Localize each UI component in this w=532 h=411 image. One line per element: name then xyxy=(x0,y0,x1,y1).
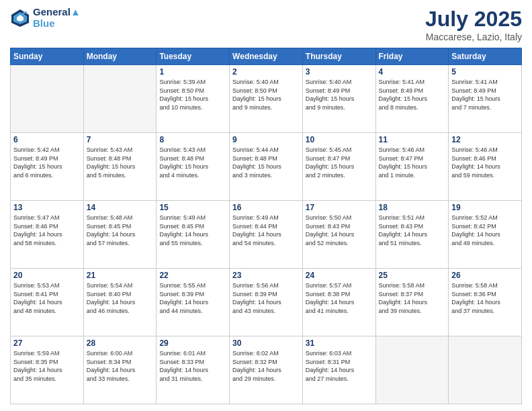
calendar-cell: 17Sunrise: 5:50 AM Sunset: 8:43 PM Dayli… xyxy=(302,201,375,269)
day-info: Sunrise: 5:46 AM Sunset: 8:46 PM Dayligh… xyxy=(451,146,519,179)
day-info: Sunrise: 5:53 AM Sunset: 8:41 PM Dayligh… xyxy=(13,281,81,315)
day-number: 24 xyxy=(306,271,373,280)
day-info: Sunrise: 5:40 AM Sunset: 8:50 PM Dayligh… xyxy=(232,78,300,111)
day-info: Sunrise: 5:43 AM Sunset: 8:48 PM Dayligh… xyxy=(159,146,226,179)
logo-text: General▲ Blue xyxy=(33,7,81,29)
day-number: 23 xyxy=(232,271,300,280)
week-row-4: 27Sunrise: 5:59 AM Sunset: 8:35 PM Dayli… xyxy=(11,336,522,404)
weekday-header-saturday: Saturday xyxy=(449,48,522,65)
page: General▲ Blue July 2025 Maccarese, Lazio… xyxy=(0,0,532,411)
day-number: 16 xyxy=(232,203,300,212)
day-info: Sunrise: 5:45 AM Sunset: 8:47 PM Dayligh… xyxy=(306,146,373,179)
day-number: 17 xyxy=(306,203,373,212)
calendar-cell: 31Sunrise: 6:03 AM Sunset: 8:31 PM Dayli… xyxy=(302,336,375,404)
day-number: 13 xyxy=(13,203,81,212)
day-number: 29 xyxy=(159,338,226,348)
day-number: 10 xyxy=(306,135,373,144)
calendar-cell: 20Sunrise: 5:53 AM Sunset: 8:41 PM Dayli… xyxy=(11,269,84,336)
day-number: 25 xyxy=(379,271,446,280)
day-info: Sunrise: 6:03 AM Sunset: 8:31 PM Dayligh… xyxy=(306,349,373,383)
calendar-cell: 9Sunrise: 5:44 AM Sunset: 8:48 PM Daylig… xyxy=(230,133,303,201)
logo: General▲ Blue xyxy=(10,7,81,29)
day-info: Sunrise: 5:40 AM Sunset: 8:49 PM Dayligh… xyxy=(306,78,373,111)
day-number: 6 xyxy=(13,135,81,144)
day-number: 14 xyxy=(87,203,154,212)
calendar-cell: 4Sunrise: 5:41 AM Sunset: 8:49 PM Daylig… xyxy=(375,65,449,133)
calendar-cell: 2Sunrise: 5:40 AM Sunset: 8:50 PM Daylig… xyxy=(230,65,303,133)
calendar-cell: 25Sunrise: 5:58 AM Sunset: 8:37 PM Dayli… xyxy=(375,269,449,336)
day-info: Sunrise: 5:57 AM Sunset: 8:38 PM Dayligh… xyxy=(306,281,373,315)
day-number: 11 xyxy=(379,135,446,144)
calendar-cell: 29Sunrise: 6:01 AM Sunset: 8:33 PM Dayli… xyxy=(157,336,230,404)
week-row-3: 20Sunrise: 5:53 AM Sunset: 8:41 PM Dayli… xyxy=(11,269,522,336)
day-number: 31 xyxy=(306,338,373,348)
calendar-cell: 8Sunrise: 5:43 AM Sunset: 8:48 PM Daylig… xyxy=(157,133,230,201)
day-info: Sunrise: 5:58 AM Sunset: 8:37 PM Dayligh… xyxy=(379,281,446,315)
weekday-header-row: SundayMondayTuesdayWednesdayThursdayFrid… xyxy=(11,48,522,65)
day-info: Sunrise: 6:01 AM Sunset: 8:33 PM Dayligh… xyxy=(159,349,226,383)
day-number: 18 xyxy=(379,203,446,212)
calendar-cell xyxy=(375,336,449,404)
day-number: 28 xyxy=(87,338,154,348)
title-block: July 2025 Maccarese, Lazio, Italy xyxy=(425,7,522,42)
calendar-cell: 15Sunrise: 5:49 AM Sunset: 8:45 PM Dayli… xyxy=(157,201,230,269)
calendar-cell: 3Sunrise: 5:40 AM Sunset: 8:49 PM Daylig… xyxy=(302,65,375,133)
day-number: 27 xyxy=(13,338,81,348)
day-info: Sunrise: 5:59 AM Sunset: 8:35 PM Dayligh… xyxy=(13,349,81,383)
day-info: Sunrise: 5:55 AM Sunset: 8:39 PM Dayligh… xyxy=(159,281,226,315)
weekday-header-wednesday: Wednesday xyxy=(230,48,303,65)
day-info: Sunrise: 5:49 AM Sunset: 8:45 PM Dayligh… xyxy=(159,214,226,247)
day-number: 12 xyxy=(451,135,519,144)
calendar-cell: 21Sunrise: 5:54 AM Sunset: 8:40 PM Dayli… xyxy=(83,269,157,336)
calendar-cell: 19Sunrise: 5:52 AM Sunset: 8:42 PM Dayli… xyxy=(449,201,522,269)
day-number: 5 xyxy=(451,67,519,77)
calendar-cell: 16Sunrise: 5:49 AM Sunset: 8:44 PM Dayli… xyxy=(230,201,303,269)
day-info: Sunrise: 5:50 AM Sunset: 8:43 PM Dayligh… xyxy=(306,214,373,247)
logo-icon xyxy=(10,8,30,28)
calendar-cell xyxy=(83,65,157,133)
calendar-cell: 11Sunrise: 5:46 AM Sunset: 8:47 PM Dayli… xyxy=(375,133,449,201)
calendar-cell: 23Sunrise: 5:56 AM Sunset: 8:39 PM Dayli… xyxy=(230,269,303,336)
calendar-cell: 24Sunrise: 5:57 AM Sunset: 8:38 PM Dayli… xyxy=(302,269,375,336)
weekday-header-monday: Monday xyxy=(83,48,157,65)
day-number: 22 xyxy=(159,271,226,280)
week-row-0: 1Sunrise: 5:39 AM Sunset: 8:50 PM Daylig… xyxy=(11,65,522,133)
day-number: 4 xyxy=(379,67,446,77)
week-row-2: 13Sunrise: 5:47 AM Sunset: 8:46 PM Dayli… xyxy=(11,201,522,269)
calendar-cell xyxy=(449,336,522,404)
day-info: Sunrise: 5:41 AM Sunset: 8:49 PM Dayligh… xyxy=(451,78,519,111)
day-number: 26 xyxy=(451,271,519,280)
calendar-cell: 27Sunrise: 5:59 AM Sunset: 8:35 PM Dayli… xyxy=(11,336,84,404)
day-number: 20 xyxy=(13,271,81,280)
calendar-table: SundayMondayTuesdayWednesdayThursdayFrid… xyxy=(10,48,522,404)
calendar-cell: 22Sunrise: 5:55 AM Sunset: 8:39 PM Dayli… xyxy=(157,269,230,336)
day-number: 8 xyxy=(159,135,226,144)
day-number: 30 xyxy=(232,338,300,348)
day-number: 7 xyxy=(87,135,154,144)
header: General▲ Blue July 2025 Maccarese, Lazio… xyxy=(10,7,522,42)
day-info: Sunrise: 6:00 AM Sunset: 8:34 PM Dayligh… xyxy=(87,349,154,383)
day-number: 3 xyxy=(306,67,373,77)
day-info: Sunrise: 5:54 AM Sunset: 8:40 PM Dayligh… xyxy=(87,281,154,315)
day-number: 2 xyxy=(232,67,300,77)
calendar-cell xyxy=(11,65,84,133)
calendar-cell: 28Sunrise: 6:00 AM Sunset: 8:34 PM Dayli… xyxy=(83,336,157,404)
weekday-header-thursday: Thursday xyxy=(302,48,375,65)
week-row-1: 6Sunrise: 5:42 AM Sunset: 8:49 PM Daylig… xyxy=(11,133,522,201)
calendar-cell: 18Sunrise: 5:51 AM Sunset: 8:43 PM Dayli… xyxy=(375,201,449,269)
calendar-cell: 14Sunrise: 5:48 AM Sunset: 8:45 PM Dayli… xyxy=(83,201,157,269)
day-number: 15 xyxy=(159,203,226,212)
subtitle: Maccarese, Lazio, Italy xyxy=(425,32,522,42)
day-info: Sunrise: 5:58 AM Sunset: 8:36 PM Dayligh… xyxy=(451,281,519,315)
calendar-cell: 10Sunrise: 5:45 AM Sunset: 8:47 PM Dayli… xyxy=(302,133,375,201)
day-info: Sunrise: 5:56 AM Sunset: 8:39 PM Dayligh… xyxy=(232,281,300,315)
day-info: Sunrise: 5:51 AM Sunset: 8:43 PM Dayligh… xyxy=(379,214,446,247)
day-number: 1 xyxy=(159,67,226,77)
day-info: Sunrise: 5:42 AM Sunset: 8:49 PM Dayligh… xyxy=(13,146,81,179)
weekday-header-friday: Friday xyxy=(375,48,449,65)
calendar-cell: 26Sunrise: 5:58 AM Sunset: 8:36 PM Dayli… xyxy=(449,269,522,336)
day-info: Sunrise: 5:44 AM Sunset: 8:48 PM Dayligh… xyxy=(232,146,300,179)
weekday-header-sunday: Sunday xyxy=(11,48,84,65)
main-title: July 2025 xyxy=(425,7,522,32)
day-info: Sunrise: 5:48 AM Sunset: 8:45 PM Dayligh… xyxy=(87,214,154,247)
